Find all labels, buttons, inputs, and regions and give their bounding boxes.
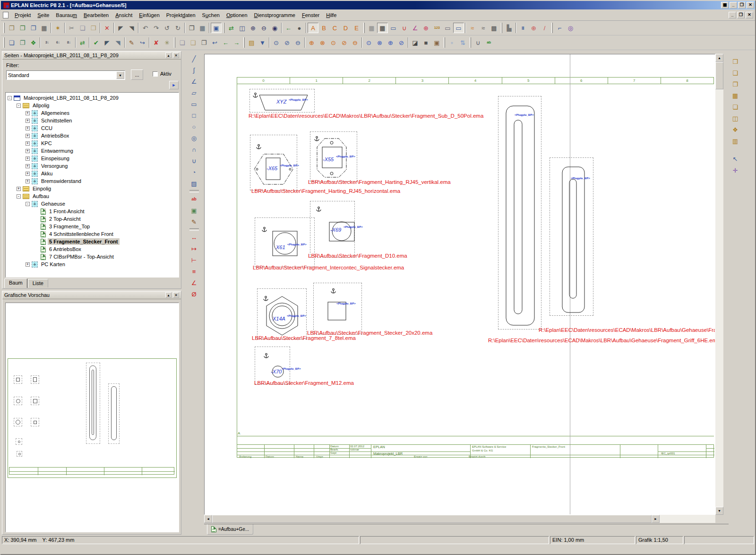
macro-path-label[interactable]: R:\Eplan\EEC\Daten\resources\ECAD\Makros… (488, 338, 715, 343)
mdi-restore-button[interactable]: ❐ (737, 12, 745, 18)
scroll-up-icon[interactable]: ▲ (715, 54, 723, 62)
tree-item-gehaeuse[interactable]: -+Gehaeuse (6, 200, 179, 208)
potential-navigator-icon[interactable]: ⊖ (350, 37, 361, 48)
paste-icon[interactable]: ❒ (88, 23, 99, 33)
toolbar-handle[interactable] (551, 23, 553, 33)
macro-path-label[interactable]: LBR\Aufbau\Stecker\Fragment_M12.ema (254, 380, 354, 386)
image-tool-icon[interactable]: ▣ (189, 205, 200, 216)
macro-path-label[interactable]: LBR\Aufbau\Stecker\Fragment_Stecker_20x2… (307, 330, 432, 336)
message-goto-icon[interactable]: ◥ (112, 37, 123, 48)
angle-tool-icon[interactable]: ⌐ (554, 23, 565, 33)
view-tile-icon[interactable]: ▥ (730, 135, 741, 147)
macro-path-label[interactable]: LBR\Aufbau\Stecker\Fragment_Harting_RJ45… (308, 179, 451, 185)
window-macro-icon[interactable]: ❐ (17, 37, 28, 48)
expand-icon[interactable]: + (26, 262, 30, 267)
square-tool-icon[interactable]: □ (189, 110, 200, 121)
tree-item-kpc[interactable]: ++KPC (6, 139, 179, 147)
continued-dimension-icon[interactable]: ≡ (189, 266, 200, 277)
tab-liste[interactable]: Liste (28, 279, 48, 287)
blank-page-icon[interactable]: ❐ (198, 37, 209, 48)
menu-projektdaten[interactable]: Projektdaten (163, 11, 199, 19)
toolbar-handle[interactable] (3, 23, 5, 33)
fragment-harting-rj45-vertikal[interactable]: -X55<Plugplu_BP> (310, 131, 357, 182)
datum-dimension-icon[interactable]: ⊢ (189, 254, 200, 266)
tree-item-einspeisung[interactable]: ++Einspeisung (6, 155, 179, 162)
arc-tool-icon[interactable]: ∩ (189, 144, 200, 155)
previous-view-icon[interactable]: ← (283, 23, 294, 33)
polygon-tool-icon[interactable]: ▱ (189, 87, 200, 98)
copy-properties-icon[interactable]: ❏ (177, 37, 188, 48)
signal-line-icon[interactable]: ≈ (467, 23, 478, 33)
align-box-icon[interactable]: ▫ (447, 37, 457, 48)
drawing-canvas[interactable]: 012345678 A Datum 02.07.2012 Bearb. rott… (205, 54, 715, 514)
structure-box-icon[interactable]: ■ (421, 37, 431, 48)
menu-dienstprogramme[interactable]: Dienstprogramme (251, 11, 299, 19)
expand-icon[interactable]: + (26, 172, 30, 176)
edit-properties-icon[interactable]: ✎ (126, 37, 137, 48)
redo-icon[interactable]: ↷ (151, 23, 162, 33)
scroll-right-icon[interactable]: ► (652, 515, 660, 523)
undo-history-icon[interactable]: ↺ (162, 23, 172, 33)
object-snap-icon[interactable]: ▭ (388, 23, 399, 33)
layer-c-icon[interactable]: C (329, 23, 340, 33)
fragment-stecker-20x20[interactable]: <Plugplu_BP> (313, 283, 362, 335)
ellipse-tool-icon[interactable]: ◎ (189, 132, 200, 144)
toolbar-handle[interactable] (3, 37, 5, 48)
toolbar-handle[interactable] (174, 37, 175, 48)
cable-numbering-icon[interactable]: 8↓ (63, 37, 74, 48)
tree-item-makroprojekt-lbr-2011-08-11-p8-209[interactable]: -Makroprojekt_LBR_2011_08_11_P8_209 (6, 94, 179, 102)
navigate-back-icon[interactable]: ← (220, 37, 231, 48)
cut-icon[interactable]: ✂ (66, 23, 77, 33)
check-project-icon[interactable]: ✔ (91, 37, 102, 48)
stretch-icon[interactable]: ◥ (126, 23, 137, 33)
potential-c-icon[interactable]: ⊕ (385, 37, 396, 48)
menu-hilfe[interactable]: Hilfe (323, 11, 340, 19)
tree-item-3-fragmente-top[interactable]: 3 Fragmente_Top (6, 223, 179, 230)
zoom-out-icon[interactable]: ⊖ (258, 23, 269, 33)
panel-collapse-icon[interactable]: ▴ (165, 52, 172, 58)
scroll-left-icon[interactable]: ◄ (204, 515, 212, 523)
bezier-tool-icon[interactable]: ∫ (189, 64, 200, 76)
menu-optionen[interactable]: Optionen (223, 11, 251, 19)
tree-item-versorgung[interactable]: ++Versorgung (6, 162, 179, 170)
redo-history-icon[interactable]: ↻ (172, 23, 183, 33)
tree-item-bremswiderstand[interactable]: ++Bremswiderstand (6, 177, 179, 185)
expand-icon[interactable]: + (26, 156, 30, 161)
collapse-icon[interactable]: - (17, 194, 21, 199)
terminal-strip-icon[interactable]: ⊕ (306, 37, 317, 48)
macro-path-label[interactable]: LBR\Aufbau\Stecker\Fragment_7_8tel.ema (252, 335, 356, 341)
menu-einfügen[interactable]: Einfügen (136, 11, 163, 19)
layer-b-icon[interactable]: B (318, 23, 329, 33)
macro-path-label[interactable]: R:\Eplan\EEC\Daten\resources\ECAD\Makros… (539, 327, 715, 333)
undo-icon[interactable]: ↶ (140, 23, 151, 33)
whole-page-icon[interactable]: ● (294, 23, 305, 33)
potential-a-icon[interactable]: ⊙ (363, 37, 374, 48)
plug-navigator-icon[interactable]: ⊙ (328, 37, 339, 48)
device-numbering-icon[interactable]: 3↓ (42, 37, 52, 48)
expand-icon[interactable]: + (26, 149, 30, 153)
message-list-icon[interactable]: ◤ (102, 37, 112, 48)
chevron-down-icon[interactable]: ▼ (116, 71, 124, 79)
terminal-edit-icon[interactable]: ⊗ (317, 37, 328, 48)
collapse-icon[interactable]: - (8, 96, 12, 100)
menu-suchen[interactable]: Suchen (199, 11, 223, 19)
device-select-icon[interactable]: ⊘ (282, 37, 292, 48)
document-icon[interactable] (3, 12, 9, 18)
insert-table-icon[interactable]: ▦ (197, 23, 208, 33)
jump-to-icon[interactable]: ↪ (137, 37, 148, 48)
fragment-sub-d-50pol[interactable]: XYZ<Plugplu_BP> (249, 89, 315, 113)
grid-icon[interactable]: ▦ (366, 23, 377, 33)
aktiv-checkbox[interactable] (153, 71, 158, 77)
refresh-view-icon[interactable]: ⇄ (226, 23, 237, 33)
zoom-in-icon[interactable]: ⊕ (248, 23, 258, 33)
relative-coordinate-icon[interactable]: ▭ (442, 23, 453, 33)
preview-panel-header[interactable]: Grafische Vorschau ▴ ✕ (2, 291, 181, 299)
properties-grid-icon[interactable]: ▤ (246, 37, 257, 48)
expand-icon[interactable]: + (17, 187, 21, 191)
minimize-button[interactable]: _ (730, 2, 737, 9)
layer-a-icon[interactable]: A (308, 23, 318, 33)
fragment-harting-rj45-horizontal[interactable]: -X65<Plugplu_BP> (250, 135, 297, 191)
paste-properties-icon[interactable]: ❑ (188, 37, 198, 48)
menu-fenster[interactable]: Fenster (299, 11, 323, 19)
tree-item-4-schnittstellenbleche-front[interactable]: 4 Schnittstellenbleche Front (6, 230, 179, 238)
